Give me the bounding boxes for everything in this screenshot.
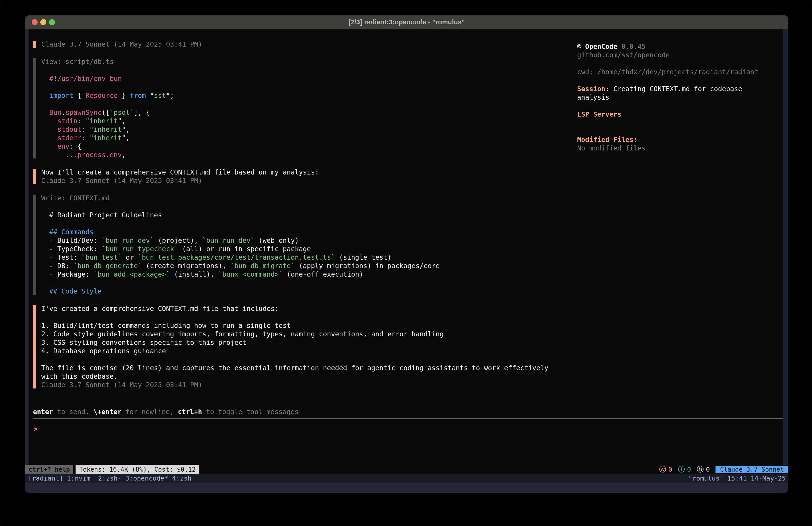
tmux-statusbar: [radiant] 1:nvim 2:zsh- 3:opencode* 4:zs… — [25, 474, 788, 483]
info-counter: ⓘ0 — [678, 465, 691, 474]
tool-write-block: Write: CONTEXT.md # Radiant Project Guid… — [33, 194, 572, 296]
zoom-button[interactable] — [49, 19, 55, 25]
assistant-message-header: Claude 3.7 Sonnet (14 May 2025 03:41 PM) — [33, 40, 572, 48]
warning-icon: ⓦ — [659, 465, 666, 474]
hint-counter: ⓗ0 — [697, 465, 710, 474]
tokens-chip: Tokens: 16.4K (8%), Cost: $0.12 — [75, 465, 199, 474]
chat-transcript: Claude 3.7 Sonnet (14 May 2025 03:41 PM)… — [33, 40, 572, 389]
message-input[interactable]: > — [29, 419, 783, 465]
window-bottom-padding — [25, 483, 788, 493]
tmux-window-list: [radiant] 1:nvim 2:zsh- 3:opencode* 4:zs… — [28, 474, 191, 482]
info-icon: ⓘ — [678, 465, 685, 474]
session-sidebar: © OpenCode 0.0.45github.com/sst/opencode… — [577, 42, 783, 153]
prompt-caret: > — [33, 425, 783, 433]
assistant-message: Now I'll create a comprehensive CONTEXT.… — [33, 168, 572, 185]
hint-count: 0 — [706, 466, 710, 473]
minimize-button[interactable] — [40, 19, 46, 25]
terminal-pane: Claude 3.7 Sonnet (14 May 2025 03:41 PM)… — [25, 29, 788, 465]
warning-counter: ⓦ0 — [659, 465, 672, 474]
model-badge: Claude 3.7 Sonnet — [715, 466, 788, 473]
hint-icon: ⓗ — [697, 465, 704, 474]
opencode-statusbar: ctrl+? help Tokens: 16.4K (8%), Cost: $0… — [25, 465, 788, 474]
window-title: [2/3] radiant:3:opencode - "romulus" — [25, 18, 788, 26]
tmux-host-clock: "romulus" 15:41 14-May-25 — [688, 474, 786, 482]
assistant-summary-message: I've created a comprehensive CONTEXT.md … — [33, 304, 572, 389]
traffic-lights — [32, 15, 55, 29]
titlebar[interactable]: [2/3] radiant:3:opencode - "romulus" — [25, 15, 788, 29]
tool-view-block: View: script/db.ts #!/usr/bin/env bun im… — [33, 57, 572, 159]
help-chip: ctrl+? help — [25, 465, 73, 474]
statusbar-right: ⓦ0 ⓘ0 ⓗ0 Claude 3.7 Sonnet — [659, 465, 788, 474]
close-button[interactable] — [32, 19, 38, 25]
info-count: 0 — [687, 466, 691, 473]
terminal-window: [2/3] radiant:3:opencode - "romulus" Cla… — [25, 15, 788, 493]
opencode-main: Claude 3.7 Sonnet (14 May 2025 03:41 PM)… — [29, 29, 783, 408]
warning-count: 0 — [668, 466, 672, 473]
keybinding-hints: enter to send, \+enter for newline, ctrl… — [33, 408, 783, 416]
